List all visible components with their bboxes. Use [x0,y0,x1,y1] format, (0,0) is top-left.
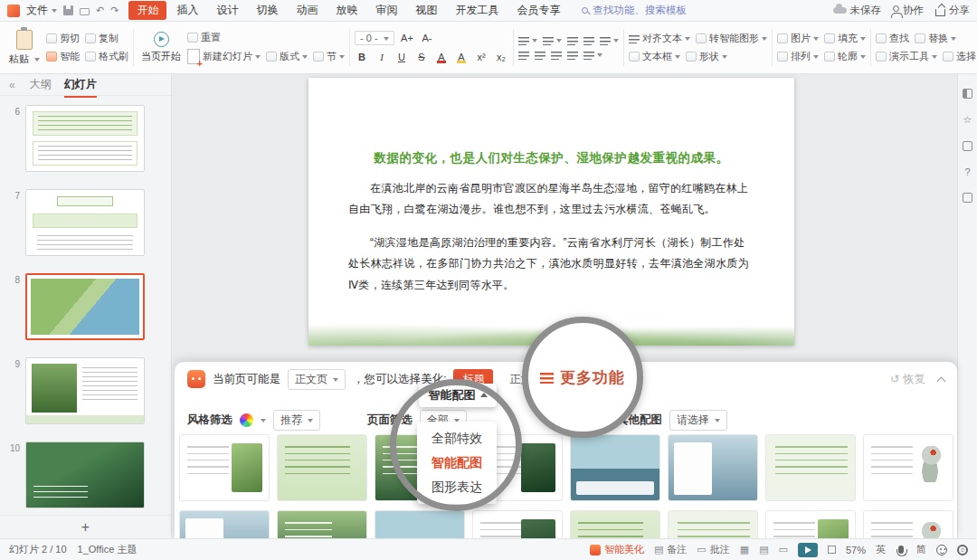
slide-paragraph[interactable]: 在滇池北岸的云南省昆明市官渡区的星海半岛生态湿地，留守的红嘴鸥在林上自由飞翔，白… [348,178,754,221]
smart-beautify-button[interactable]: 智能美化 [590,543,644,556]
textbox-button[interactable]: 文本框 [629,50,680,63]
tab-home[interactable]: 开始 [128,1,166,20]
line-spacing-button[interactable] [600,35,619,45]
bold-button[interactable]: B [355,50,369,64]
new-slide-button[interactable]: 新建幻灯片 [187,49,261,64]
input-language-en[interactable]: 英 [876,543,886,556]
more-tools-icon[interactable] [963,193,972,203]
color-wheel-icon[interactable] [240,413,253,427]
beautify-template-card[interactable] [277,434,367,501]
slide-title[interactable]: 数据的变化，也是人们对生态保护、湿地保护越发重视的成果。 [341,150,762,166]
add-slide-button[interactable]: + [0,515,171,538]
decrease-indent-button[interactable] [567,36,578,45]
play-from-current-button[interactable]: 当页开始 [138,30,184,65]
slide-sorter-icon[interactable]: ▤ [759,544,768,555]
menu-item-smart-picture[interactable]: 智能配图 [417,451,497,475]
file-menu[interactable]: 文件 [26,3,57,18]
beautify-template-card[interactable] [375,510,465,538]
feedback-smiley-icon[interactable] [936,545,947,555]
restore-button[interactable]: ↺ 恢复 [890,372,925,387]
superscript-button[interactable]: x² [474,50,488,64]
beautify-template-card[interactable] [668,510,758,538]
tab-design[interactable]: 设计 [208,1,246,20]
select-button[interactable]: 选择 [943,50,977,63]
increase-indent-button[interactable] [583,36,594,45]
redo-icon[interactable]: ↷ [110,5,119,16]
slide-thumbnail-9[interactable] [25,357,145,424]
paste-button[interactable]: 粘贴 [6,28,43,68]
fit-slide-icon[interactable] [828,546,836,554]
slide-paragraph[interactable]: “湖滨湿地是高原湖泊治理的重要内容。”云南省水利厅河长（湖长）制工作处处长林志祥… [348,233,754,296]
object-layer-icon[interactable] [963,141,972,151]
slide-thumbnail-7[interactable] [25,189,145,256]
tab-insert[interactable]: 插入 [168,1,206,20]
columns-button[interactable] [583,50,602,60]
hide-pane-icon[interactable] [963,89,972,99]
input-language-cn[interactable]: 简 [916,543,926,556]
convert-smartart-button[interactable]: 转智能图形 [696,32,767,45]
beautify-template-card[interactable] [765,434,856,501]
star-resources-icon[interactable]: ☆ [963,114,972,126]
tab-slideshow[interactable]: 放映 [327,1,365,20]
style-filter-select[interactable]: 推荐 [273,410,320,431]
justify-button[interactable] [567,51,578,60]
strikethrough-button[interactable]: S [414,50,429,64]
smart-format-button[interactable]: 智能 [46,50,80,63]
more-features-menu-item[interactable]: 更多功能 [560,367,625,388]
replace-button[interactable]: 替换 [915,32,956,45]
font-size-combo[interactable]: - 0 - [355,31,394,45]
tab-slides[interactable]: 幻灯片 [64,77,97,92]
play-slideshow-button[interactable] [798,543,818,557]
tab-review[interactable]: 审阅 [367,1,405,20]
arrange-button[interactable]: 排列 [777,50,819,63]
underline-button[interactable]: U [394,50,409,64]
menu-item-all-effects[interactable]: 全部特效 [417,426,497,451]
menu-item-graphic-expression[interactable]: 图形表达 [417,475,497,499]
beautify-template-card[interactable] [570,510,660,538]
settings-gear-icon[interactable] [957,545,968,555]
presentation-tools-button[interactable]: 演示工具 [876,50,937,63]
tab-devtools[interactable]: 开发工具 [447,1,507,20]
fill-button[interactable]: 填充 [824,32,866,45]
tab-view[interactable]: 视图 [407,1,445,20]
shrink-font-button[interactable]: A- [420,31,434,45]
microphone-icon[interactable] [898,546,904,554]
beautify-template-card[interactable] [277,510,367,538]
slide-thumbnail-8[interactable] [25,273,145,340]
zoom-value[interactable]: 57% [846,545,866,555]
help-icon[interactable]: ? [964,166,970,177]
save-icon[interactable] [63,5,73,15]
reset-button[interactable]: 重置 [187,31,221,44]
layout-button[interactable]: 版式 [266,50,308,63]
share-button[interactable]: 分享 [935,4,970,17]
italic-button[interactable]: I [375,50,389,64]
beautify-template-card[interactable] [863,434,953,501]
search-input[interactable]: 查找功能、搜索模板 [582,4,687,17]
copy-button[interactable]: 复制 [85,32,119,45]
section-button[interactable]: 节 [313,50,345,63]
tab-member[interactable]: 会员专享 [508,1,568,20]
numbering-button[interactable] [543,35,562,45]
notes-button[interactable]: ▤备注 [654,543,687,556]
beautify-template-card[interactable] [668,434,758,501]
cut-button[interactable]: 剪切 [46,32,80,45]
reading-view-icon[interactable]: ▭ [779,544,788,555]
align-center-button[interactable] [535,51,545,60]
collapse-beautify-panel-icon[interactable] [937,376,946,385]
smart-picture-match-button[interactable]: 智能配图 [419,384,497,407]
align-left-button[interactable] [518,51,529,60]
slide-thumbnail-10[interactable] [25,441,145,508]
print-icon[interactable] [80,8,90,15]
find-button[interactable]: 查找 [876,32,909,45]
subscript-button[interactable]: x₂ [494,50,508,64]
beautify-template-card[interactable] [179,510,270,538]
beautify-template-card[interactable] [863,510,953,538]
tab-animation[interactable]: 动画 [288,1,326,20]
grow-font-button[interactable]: A+ [400,31,414,45]
tab-transition[interactable]: 切换 [248,1,286,20]
outline-button[interactable]: 轮廓 [824,50,866,63]
undo-icon[interactable]: ↶ [96,5,104,16]
collapse-panel-icon[interactable]: « [9,79,15,91]
font-color-button[interactable]: A [434,50,449,64]
beautify-template-card[interactable] [472,510,563,538]
